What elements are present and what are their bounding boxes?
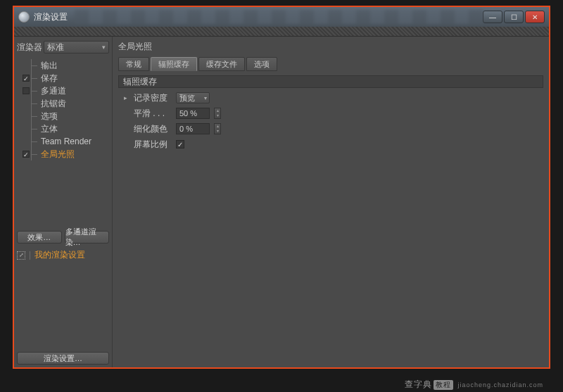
disclosure-icon[interactable]: ▸	[124, 94, 129, 101]
multipass-render-button[interactable]: 多通道渲染…	[65, 231, 110, 244]
main-panel: 全局光照 常规 辐照缓存 缓存文件 选项 辐照缓存 ▸ 记录密度 预览 平滑 .…	[113, 37, 549, 367]
main-title: 全局光照	[118, 41, 543, 53]
close-button[interactable]: ✕	[525, 11, 545, 23]
render-options-tree: 输出 保存 多通道 抗锯齿 选项 立体 Team Render 全局光照	[17, 59, 109, 160]
tabs: 常规 辐照缓存 缓存文件 选项	[118, 57, 543, 71]
tab-irradiance-cache[interactable]: 辐照缓存	[151, 57, 197, 71]
param-detail-color: 细化颜色 0 % ▴▾	[124, 122, 543, 136]
dock-grip[interactable]	[14, 27, 549, 37]
my-render-settings[interactable]: ⤢ 我的渲染设置	[17, 249, 109, 261]
tree-item-stereo[interactable]: 立体	[17, 122, 109, 135]
renderer-value: 标准	[47, 42, 64, 53]
checkbox-multipass[interactable]	[23, 87, 30, 94]
minimize-button[interactable]: —	[483, 11, 502, 23]
checkbox-gi[interactable]	[23, 151, 30, 158]
smoothing-input[interactable]: 50 %	[176, 108, 210, 119]
tab-general[interactable]: 常规	[118, 57, 149, 71]
tab-cache-files[interactable]: 缓存文件	[198, 57, 245, 71]
params-group: ▸ 记录密度 预览 平滑 . . . 50 % ▴▾ 细化颜色 0 % ▴▾	[118, 91, 543, 151]
checkbox-save[interactable]	[23, 75, 30, 82]
titlebar[interactable]: 渲染设置 — ☐ ✕	[14, 7, 549, 27]
param-smoothing: 平滑 . . . 50 % ▴▾	[124, 106, 543, 120]
smoothing-label: 平滑 . . .	[134, 108, 172, 120]
content-area: 渲染器 标准 输出 保存 多通道 抗锯齿 选项 立体 Team Render 全…	[14, 37, 549, 367]
renderer-dropdown[interactable]: 标准	[44, 41, 109, 53]
maximize-button[interactable]: ☐	[504, 11, 524, 23]
param-record-density: ▸ 记录密度 预览	[124, 91, 543, 105]
tree-item-multipass[interactable]: 多通道	[17, 84, 109, 97]
render-settings-footer-button[interactable]: 渲染设置…	[17, 352, 109, 365]
tree-item-output[interactable]: 输出	[17, 59, 109, 72]
tab-options[interactable]: 选项	[246, 57, 277, 71]
window-controls: — ☐ ✕	[483, 11, 545, 23]
screen-scale-checkbox[interactable]	[176, 140, 184, 148]
detail-color-spinner[interactable]: ▴▾	[214, 123, 221, 134]
sidebar: 渲染器 标准 输出 保存 多通道 抗锯齿 选项 立体 Team Render 全…	[14, 37, 113, 367]
sidebar-buttons-row: 效果… 多通道渲染…	[17, 231, 109, 244]
record-density-dropdown[interactable]: 预览	[176, 92, 210, 103]
param-screen-scale: 屏幕比例	[124, 137, 543, 151]
watermark: 查字典 教程 jiaocheng.chazidian.com	[405, 379, 543, 391]
app-icon	[18, 11, 30, 23]
screen-scale-label: 屏幕比例	[134, 139, 172, 151]
renderer-row: 渲染器 标准	[17, 41, 109, 53]
tree-item-team-render[interactable]: Team Render	[17, 135, 109, 148]
tree-item-save[interactable]: 保存	[17, 72, 109, 84]
effects-button[interactable]: 效果…	[17, 231, 62, 244]
renderer-label: 渲染器	[17, 42, 42, 53]
tree-item-options[interactable]: 选项	[17, 110, 109, 122]
group-header: 辐照缓存	[118, 75, 543, 88]
titlebar-blur-area	[75, 10, 483, 24]
tree-item-antialiasing[interactable]: 抗锯齿	[17, 97, 109, 110]
record-density-label: 记录密度	[134, 92, 172, 104]
window-title: 渲染设置	[34, 11, 68, 23]
my-settings-label: 我的渲染设置	[34, 249, 85, 261]
detail-color-input[interactable]: 0 %	[176, 123, 210, 134]
smoothing-spinner[interactable]: ▴▾	[214, 108, 221, 119]
tree-item-global-illumination[interactable]: 全局光照	[17, 148, 109, 160]
expand-icon[interactable]: ⤢	[17, 251, 25, 260]
render-settings-window: 渲染设置 — ☐ ✕ 渲染器 标准 输出 保存 多通道 抗锯齿 选项 立体	[13, 6, 550, 369]
detail-color-label: 细化颜色	[134, 123, 172, 135]
